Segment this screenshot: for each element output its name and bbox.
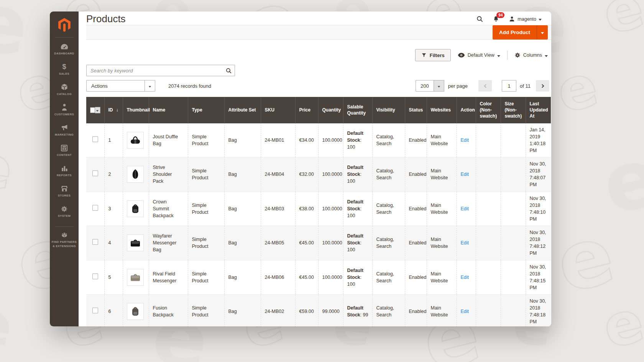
column-header-action[interactable]: Action [457, 97, 476, 123]
extensions-icon [61, 231, 68, 239]
filters-button[interactable]: Filters [415, 49, 451, 61]
sidebar-item-system[interactable]: System [50, 201, 79, 222]
user-menu[interactable]: magento [509, 16, 542, 22]
sidebar-item-catalog[interactable]: Catalog [50, 80, 79, 100]
cell-visibility: Catalog, Search [372, 192, 405, 226]
add-product-label: Add Product [493, 25, 537, 39]
edit-link[interactable]: Edit [461, 206, 469, 211]
column-header-id[interactable]: ID ↓ [104, 97, 123, 123]
cell-checkbox [86, 295, 104, 326]
column-header-type[interactable]: Type [188, 97, 224, 123]
rival-field-messenger-thumbnail[interactable] [127, 269, 144, 286]
main-content: Products 94 [79, 11, 551, 326]
cell-visibility: Catalog, Search [372, 157, 405, 192]
column-header-color[interactable]: Color (Non-swatch) [476, 97, 501, 123]
column-header-attribute_set[interactable]: Attribute Set [224, 97, 261, 123]
cell-name: Crown Summit Backpack [149, 192, 188, 226]
prev-page-button[interactable] [478, 80, 492, 92]
sidebar-item-label: Catalog [57, 92, 72, 97]
view-control[interactable]: Default View [458, 52, 500, 58]
cell-id: 6 [104, 295, 123, 326]
cell-quantity: 100.0000 [318, 226, 343, 260]
cell-id: 5 [104, 260, 123, 295]
select-all-dropdown[interactable] [95, 107, 100, 113]
joust-duffle-bag-thumbnail[interactable] [127, 132, 144, 149]
sidebar-item-stores[interactable]: Stores [50, 181, 79, 201]
cell-name: Strive Shoulder Pack [149, 157, 188, 192]
cell-thumbnail [123, 157, 149, 192]
cell-type: Simple Product [188, 192, 224, 226]
cell-color [476, 157, 501, 192]
edit-link[interactable]: Edit [461, 138, 469, 143]
row-checkbox[interactable] [92, 170, 98, 176]
cell-price: €38.00 [295, 192, 318, 226]
column-header-websites[interactable]: Websites [427, 97, 457, 123]
columns-control[interactable]: Columns [514, 52, 548, 58]
page-count-label: of 11 [520, 83, 531, 89]
column-header-price[interactable]: Price [295, 97, 318, 123]
sidebar-item-reports[interactable]: Reports [50, 161, 79, 181]
cell-last-updated: Nov 30, 2018 7:48:15 PM [526, 260, 551, 295]
edit-link[interactable]: Edit [461, 309, 469, 314]
sidebar-divider [55, 37, 74, 38]
action-toolbar: Add Product [86, 25, 551, 40]
cell-price: €45.00 [295, 226, 318, 260]
cell-name: Joust Duffle Bag [149, 123, 188, 157]
cell-status: Enabled [405, 260, 427, 295]
cell-quantity: 100.0000 [318, 192, 343, 226]
fusion-backpack-thumbnail[interactable] [127, 303, 144, 320]
per-page-select[interactable]: 200 [416, 80, 444, 92]
sidebar-item-find-partners[interactable]: Find Partners & Extensions [50, 228, 79, 251]
row-checkbox[interactable] [92, 136, 98, 142]
add-product-toggle[interactable] [537, 25, 548, 39]
page-number-input[interactable] [502, 80, 516, 92]
search-input[interactable] [87, 65, 222, 76]
per-page-label: per page [448, 83, 468, 89]
column-header-last_updated_at[interactable]: Last Updated At [526, 97, 551, 123]
edit-link[interactable]: Edit [461, 172, 469, 177]
select-all-checkbox[interactable] [90, 107, 95, 113]
cell-color [476, 192, 501, 226]
column-header-thumbnail[interactable]: Thumbnail [123, 97, 149, 123]
sidebar-nav: Dashboard$ Sales Catalog Customers Marke… [50, 39, 79, 251]
cell-thumbnail [123, 192, 149, 226]
search-submit-icon[interactable] [222, 67, 235, 74]
eye-icon [458, 52, 465, 58]
sidebar-item-label: Sales [59, 72, 69, 76]
next-page-button[interactable] [536, 80, 549, 92]
cell-thumbnail [123, 123, 149, 157]
column-header-size[interactable]: Size (Non-swatch) [501, 97, 526, 123]
cell-thumbnail [123, 226, 149, 260]
column-header-sku[interactable]: SKU [261, 97, 295, 123]
sidebar-item-content[interactable]: Content [50, 141, 79, 161]
row-checkbox[interactable] [92, 239, 98, 245]
sidebar-item-customers[interactable]: Customers [50, 100, 79, 120]
column-header-salable_quantity[interactable]: Salable Quantity [343, 97, 372, 123]
cell-thumbnail [123, 295, 149, 326]
column-header-name[interactable]: Name [149, 97, 188, 123]
wayfarer-messenger-bag-thumbnail[interactable] [127, 234, 144, 251]
column-header-quantity[interactable]: Quantity [318, 97, 343, 123]
global-search-icon[interactable] [476, 15, 483, 23]
notifications-button[interactable]: 94 [493, 15, 499, 23]
sidebar-item-marketing[interactable]: Marketing [50, 120, 79, 141]
cell-id: 3 [104, 192, 123, 226]
crown-summit-backpack-thumbnail[interactable] [127, 200, 144, 217]
cell-quantity: 100.0000 [318, 123, 343, 157]
cell-status: Enabled [405, 157, 427, 192]
row-checkbox[interactable] [92, 205, 98, 211]
column-header-visibility[interactable]: Visibility [372, 97, 405, 123]
row-checkbox[interactable] [92, 274, 98, 279]
add-product-button[interactable]: Add Product [493, 25, 548, 39]
column-header-status[interactable]: Status [405, 97, 427, 123]
cell-status: Enabled [405, 295, 427, 326]
sidebar-item-sales[interactable]: $ Sales [50, 59, 79, 80]
sidebar-item-dashboard[interactable]: Dashboard [50, 39, 79, 59]
magento-logo-icon[interactable] [57, 17, 72, 33]
edit-link[interactable]: Edit [461, 275, 469, 280]
actions-dropdown[interactable]: Actions [86, 80, 155, 92]
strive-shoulder-pack-thumbnail[interactable] [127, 166, 144, 183]
edit-link[interactable]: Edit [461, 240, 469, 246]
row-checkbox[interactable] [92, 308, 98, 313]
grid-bar: Actions 2074 records found 200 per page … [79, 80, 551, 92]
